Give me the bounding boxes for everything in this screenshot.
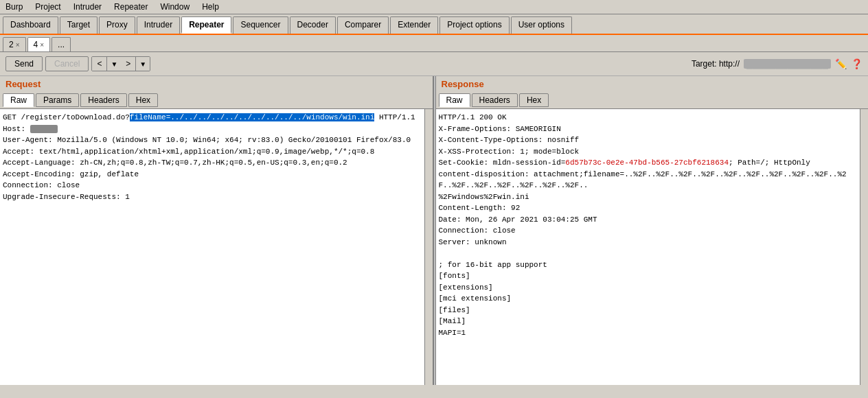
response-body: HTTP/1.1 200 OK X-Frame-Options: SAMEORI… — [436, 109, 869, 385]
forward-button[interactable]: > — [121, 57, 136, 71]
request-tab-params[interactable]: Params — [36, 93, 79, 107]
repeater-tab-4-close[interactable]: × — [40, 41, 44, 49]
main-tab-bar: Dashboard Target Proxy Intruder Repeater… — [0, 14, 868, 35]
request-tab-bar: Raw Params Headers Hex — [0, 92, 433, 109]
request-text-before: GET /register/toDownload.do? — [3, 113, 130, 121]
session-id: 6d57b73c-0e2e-47bd-b565-27cbf6218634 — [565, 159, 729, 167]
menu-bar: Burp Project Intruder Repeater Window He… — [0, 0, 868, 14]
menu-repeater[interactable]: Repeater — [111, 1, 150, 12]
target-url: ██████████████ — [744, 59, 831, 69]
response-tab-raw[interactable]: Raw — [439, 93, 470, 107]
repeater-tab-bar: 2 × 4 × ... — [0, 35, 868, 52]
response-content[interactable]: HTTP/1.1 200 OK X-Frame-Options: SAMEORI… — [436, 109, 860, 385]
tab-target[interactable]: Target — [60, 16, 98, 34]
request-header: Request — [0, 76, 433, 92]
help-button[interactable]: ❓ — [851, 58, 863, 69]
request-tab-hex[interactable]: Hex — [128, 93, 158, 107]
response-header: Response — [436, 76, 869, 92]
menu-burp[interactable]: Burp — [3, 1, 25, 12]
back-arrow[interactable]: ▼ — [107, 57, 121, 71]
request-tab-headers[interactable]: Headers — [80, 93, 126, 107]
repeater-tab-4-label: 4 — [34, 40, 38, 49]
repeater-tab-4[interactable]: 4 × — [27, 37, 51, 51]
request-scrollbar[interactable] — [424, 109, 433, 385]
menu-window[interactable]: Window — [157, 1, 192, 12]
target-section: Target: http://██████████████ ✏️ ❓ — [692, 58, 863, 69]
toolbar: Send Cancel < ▼ > ▼ Target: http://█████… — [0, 52, 868, 76]
request-body: GET /register/toDownload.do?fileName=../… — [0, 109, 433, 385]
response-scrollbar[interactable] — [860, 109, 868, 385]
target-prefix: Target: http:// — [692, 59, 740, 69]
repeater-tab-2[interactable]: 2 × — [3, 37, 26, 51]
response-tab-hex[interactable]: Hex — [519, 93, 549, 107]
tab-project-options[interactable]: Project options — [439, 16, 509, 34]
repeater-tab-2-close[interactable]: × — [16, 41, 20, 49]
send-button[interactable]: Send — [5, 56, 43, 71]
repeater-tab-more[interactable]: ... — [52, 37, 71, 51]
tab-intruder[interactable]: Intruder — [137, 16, 180, 34]
response-panel: Response Raw Headers Hex HTTP/1.1 200 OK… — [436, 76, 869, 385]
tab-proxy[interactable]: Proxy — [99, 16, 135, 34]
repeater-tab-2-label: 2 — [9, 40, 14, 49]
tab-decoder[interactable]: Decoder — [290, 16, 336, 34]
request-text-after: HTTP/1.1 Host: User-Agent: Mozilla/5.0 (… — [3, 113, 415, 201]
edit-target-button[interactable]: ✏️ — [835, 58, 847, 69]
tab-user-options[interactable]: User options — [511, 16, 572, 34]
request-highlight: fileName=../../../../../../../../../../w… — [130, 113, 374, 121]
navigation-buttons: < ▼ > ▼ — [91, 56, 150, 71]
menu-project[interactable]: Project — [32, 1, 63, 12]
tab-comparer[interactable]: Comparer — [337, 16, 389, 34]
forward-arrow[interactable]: ▼ — [136, 57, 150, 71]
tab-dashboard[interactable]: Dashboard — [3, 16, 58, 34]
back-button[interactable]: < — [92, 57, 107, 71]
tab-repeater[interactable]: Repeater — [181, 16, 231, 34]
menu-help[interactable]: Help — [199, 1, 222, 12]
tab-sequencer[interactable]: Sequencer — [233, 16, 288, 34]
request-content[interactable]: GET /register/toDownload.do?fileName=../… — [0, 109, 424, 385]
cancel-button[interactable]: Cancel — [45, 56, 89, 71]
main-content: Request Raw Params Headers Hex GET /regi… — [0, 76, 868, 385]
tab-extender[interactable]: Extender — [390, 16, 438, 34]
response-tab-headers[interactable]: Headers — [472, 93, 518, 107]
response-tab-bar: Raw Headers Hex — [436, 92, 869, 109]
repeater-tab-more-label: ... — [58, 40, 65, 49]
request-panel: Request Raw Params Headers Hex GET /regi… — [0, 76, 433, 385]
menu-intruder[interactable]: Intruder — [71, 1, 104, 12]
request-tab-raw[interactable]: Raw — [3, 93, 34, 107]
